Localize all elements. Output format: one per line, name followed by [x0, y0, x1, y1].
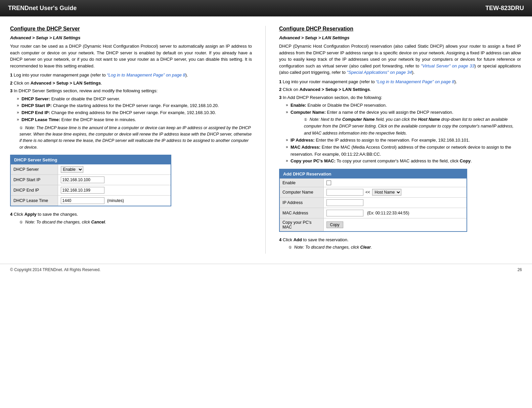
- right-step1-end: ).: [454, 79, 457, 84]
- left-bullet-list: DHCP Server: Enable or disable the DHCP …: [17, 96, 252, 123]
- enable-value: [323, 178, 467, 187]
- header-model: TEW-823DRU: [485, 5, 524, 12]
- ip-address-value: [323, 197, 467, 208]
- left-intro: Your router can be used as a DHCP (Dynam…: [10, 43, 252, 69]
- note-icon-cn: ①: [304, 117, 307, 121]
- bullet-dhcp-end: DHCP End IP: Change the ending address f…: [17, 109, 252, 116]
- computer-name-subnote: ① Note: Next to the Computer Name field,…: [304, 116, 521, 137]
- left-step1-text: Log into your router management page (re…: [12, 72, 107, 78]
- header-title: TRENDnet User's Guide: [8, 5, 77, 12]
- right-note2: ① Note: To discard the changes, click Cl…: [289, 244, 521, 251]
- enable-label: Enable: [280, 178, 323, 187]
- dhcp-reservation-table: Add DHCP Reservation Enable Computer Nam…: [279, 169, 467, 232]
- bullet-computer-name: Computer Name: Enter a name of the devic…: [286, 109, 521, 137]
- left-step2-bold: Advanced > Setup > LAN Settings: [31, 81, 101, 86]
- right-step1-text: Log into your router management page (re…: [281, 79, 376, 84]
- right-nav-path: Advanced > Setup > LAN Settings: [279, 35, 521, 40]
- dhcp-start-input[interactable]: [61, 176, 104, 183]
- right-step2-end: .: [370, 87, 371, 92]
- left-step1: 1 Log into your router management page (…: [10, 72, 252, 79]
- dhcp-server-label: DHCP Server: [11, 164, 58, 175]
- mac-example: (Ex: 00:11:22:33:44:55): [367, 211, 409, 215]
- left-step4-bold: Apply: [25, 212, 37, 217]
- left-step4: 4 Click Apply to save the changes.: [10, 211, 252, 218]
- host-name-arrow: <<: [365, 190, 370, 195]
- left-note2-text: Note: To discard the changes, click Canc…: [25, 220, 106, 224]
- left-step3: 3 In DHCP Server Settings section, revie…: [10, 88, 252, 94]
- left-step1-end: ).: [185, 72, 188, 78]
- left-step1-link[interactable]: “Log in to Management Page” on page 8: [107, 72, 185, 78]
- note-icon-2: ①: [19, 220, 23, 224]
- dhcp-server-table: DHCP Server Setting DHCP Server Enable D…: [10, 155, 171, 206]
- bullet-dhcp-server: DHCP Server: Enable or disable the DHCP …: [17, 96, 252, 103]
- left-column: Configure the DHCP Server Advanced > Set…: [10, 26, 252, 254]
- right-note2-text: Note: To discard the changes, click Clea…: [294, 245, 372, 250]
- host-name-select[interactable]: Host Name: [372, 189, 401, 196]
- computer-name-value: << Host Name: [323, 187, 467, 197]
- computer-name-input[interactable]: [326, 189, 363, 196]
- note-icon-1: ①: [19, 126, 23, 130]
- computer-name-label: Computer Name: [280, 187, 323, 197]
- dhcp-start-value: [58, 175, 171, 185]
- dhcp-reservation-table-header: Add DHCP Reservation: [280, 169, 467, 178]
- dhcp-end-value: [58, 185, 171, 196]
- footer-copyright: © Copyright 2014 TRENDnet. All Rights Re…: [10, 267, 100, 272]
- left-section-title: Configure the DHCP Server: [10, 26, 252, 32]
- table-row-dhcp-server: DHCP Server Enable Disable: [11, 164, 171, 175]
- bullet-ip-address: IP Address: Enter the IP address to assi…: [286, 137, 521, 144]
- right-step2-text: Click on: [281, 87, 299, 92]
- copy-button[interactable]: Copy: [326, 221, 343, 228]
- main-content: Configure the DHCP Server Advanced > Set…: [0, 16, 532, 260]
- copy-mac-label: Copy your PC's MAC: [280, 218, 323, 231]
- right-intro-link1[interactable]: "Virtual Server" on page 33: [421, 63, 475, 68]
- dhcp-lease-label: DHCP Lease Time: [11, 196, 58, 206]
- copy-mac-value: Copy: [323, 218, 467, 231]
- mac-address-value: (Ex: 00:11:22:33:44:55): [323, 208, 467, 218]
- left-step2-end: .: [101, 81, 102, 86]
- dhcp-server-select[interactable]: Enable Disable: [61, 166, 83, 173]
- enable-checkbox[interactable]: [326, 181, 331, 185]
- right-step3-text: In Add DHCP Reservation section, do the …: [281, 95, 382, 100]
- dhcp-end-label: DHCP End IP: [11, 185, 58, 196]
- table-row-dhcp-lease: DHCP Lease Time (minutes): [11, 196, 171, 206]
- bullet-mac-address: MAC Address: Enter the MAC (Media Access…: [286, 144, 521, 158]
- bullet-copy-mac: Copy your PC's MAC: To copy your current…: [286, 158, 521, 165]
- dhcp-settings-table-body: DHCP Server Enable Disable DHCP Start IP: [11, 164, 171, 206]
- footer-page: 26: [518, 267, 522, 272]
- table-row-dhcp-end: DHCP End IP: [11, 185, 171, 196]
- right-intro: DHCP (Dynamic Host Configuration Protoco…: [279, 43, 521, 76]
- table-row-dhcp-start: DHCP Start IP: [11, 175, 171, 185]
- dhcp-lease-input[interactable]: [61, 197, 104, 204]
- right-intro-link2[interactable]: "Special Applications" on page 34: [347, 70, 412, 75]
- dhcp-lease-value: (minutes): [58, 196, 171, 206]
- note-icon-r2: ①: [289, 245, 292, 249]
- left-step2: 2 Click on Advanced > Setup > LAN Settin…: [10, 80, 252, 87]
- right-step4-end: to save the reservation.: [302, 237, 349, 242]
- column-divider: [265, 26, 266, 254]
- right-step1: 1 Log into your router management page (…: [279, 79, 521, 85]
- right-step2: 2 Click on Advanced > Setup > LAN Settin…: [279, 86, 521, 93]
- bullet-enable: Enable: Enable or Disable the DHCP reser…: [286, 102, 521, 109]
- right-step1-link[interactable]: “Log in to Management Page” on page 8: [376, 79, 454, 84]
- dhcp-end-input[interactable]: [61, 187, 104, 194]
- table-row-copy-mac: Copy your PC's MAC Copy: [280, 218, 467, 231]
- right-step2-bold: Advanced > Setup > LAN Settings: [300, 87, 370, 92]
- page-footer: © Copyright 2014 TRENDnet. All Rights Re…: [0, 264, 532, 275]
- right-step4-text: Click: [281, 237, 293, 242]
- left-step3-text: In DHCP Server Settings section, review …: [12, 88, 158, 93]
- bullet-dhcp-lease: DHCP Lease Time: Enter the DHCP lease ti…: [17, 116, 252, 123]
- table-row-mac-address: MAC Address (Ex: 00:11:22:33:44:55): [280, 208, 467, 218]
- table-row-enable: Enable: [280, 178, 467, 187]
- left-note2: ① Note: To discard the changes, click Ca…: [19, 219, 252, 225]
- reservation-table-body: Enable Computer Name << Host Name: [280, 178, 467, 231]
- left-nav-path: Advanced > Setup > LAN Settings: [10, 35, 252, 40]
- right-column: Configure DHCP Reservation Advanced > Se…: [279, 26, 521, 254]
- bullet-dhcp-start: DHCP Start IP: Change the starting addre…: [17, 102, 252, 109]
- ip-address-input[interactable]: [326, 199, 363, 206]
- computer-name-note: Note: Next to the Computer Name field, y…: [304, 117, 514, 136]
- mac-address-input[interactable]: [326, 210, 363, 216]
- left-note1-text: Note: The DHCP lease time is the amount …: [19, 125, 252, 150]
- right-step3: 3 In Add DHCP Reservation section, do th…: [279, 94, 521, 101]
- table-row-computer-name: Computer Name << Host Name: [280, 187, 467, 197]
- ip-address-label: IP Address: [280, 197, 323, 208]
